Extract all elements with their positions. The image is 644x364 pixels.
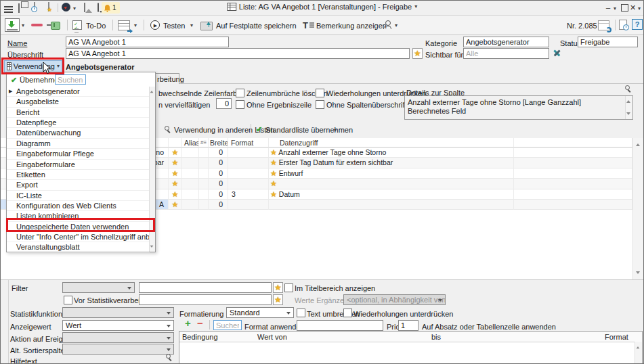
cell-favorite[interactable]: ★ <box>169 168 182 179</box>
scroll-up-icon[interactable] <box>636 141 640 146</box>
conditions-scrollbar[interactable] <box>635 342 642 363</box>
menu-item[interactable]: Bericht <box>7 108 150 118</box>
cell-format[interactable]: 3 <box>228 189 269 200</box>
connect-plug-icon[interactable] <box>51 22 60 30</box>
comment-icon[interactable] <box>98 3 99 12</box>
cell-numbering[interactable] <box>199 189 209 200</box>
cell-zugriff[interactable]: ★ Datum <box>269 189 514 200</box>
condition-search-input[interactable] <box>213 320 242 330</box>
cell-numbering[interactable] <box>199 158 209 168</box>
header-format[interactable]: Format <box>228 138 269 147</box>
cell-breite[interactable]: 0 <box>209 200 228 210</box>
wiederholungen-checkbox[interactable] <box>316 89 324 97</box>
header-breite[interactable]: Breite <box>209 138 228 147</box>
compass-caret-icon[interactable]: ▾ <box>73 6 76 12</box>
menu-item[interactable]: Etiketten <box>7 170 150 180</box>
scroll-up-icon[interactable] <box>637 345 640 349</box>
filter-dropdown[interactable] <box>62 282 135 293</box>
list-columns-caret-icon[interactable]: ▾ <box>134 23 137 28</box>
header-datenzugriff[interactable]: Datenzugriff <box>269 138 514 147</box>
menu-item[interactable]: Veranstaltungsblatt <box>7 242 150 252</box>
cell-breite[interactable]: 0 <box>209 147 228 158</box>
title-caret-icon[interactable]: ▾ <box>414 4 417 9</box>
harddisk-save-icon[interactable] <box>200 22 213 30</box>
ueberschrift-favorite-button[interactable]: ★ <box>412 48 423 59</box>
menu-scrollbar[interactable] <box>149 87 155 252</box>
menu-item[interactable]: Unter "Info Center" im Schnellzugriff an… <box>7 232 150 242</box>
filter-favorite-button-2[interactable]: ★ <box>273 294 283 305</box>
minimize-caret-icon[interactable]: ▾ <box>614 6 616 12</box>
cell-format[interactable] <box>228 168 269 179</box>
save-icon[interactable] <box>5 18 20 32</box>
scroll-down-icon[interactable] <box>636 271 640 276</box>
header-wert-von[interactable]: Wert von <box>257 333 287 342</box>
notification-bell-area[interactable]: 1 <box>102 2 120 14</box>
maximize-button[interactable] <box>621 4 628 12</box>
festplatte-button[interactable]: Auf Festplatte speichern <box>216 22 297 30</box>
multiply-input[interactable] <box>216 98 232 109</box>
save-caret-icon[interactable]: ▾ <box>22 23 24 28</box>
cell-alias[interactable] <box>182 200 199 210</box>
cell-zugriff[interactable] <box>269 200 514 210</box>
menu-search-input[interactable] <box>55 74 86 85</box>
cell-format[interactable] <box>228 147 269 158</box>
todo-checklist-icon[interactable]: ✓✓ <box>72 20 82 30</box>
zeilenumbrueche-checkbox[interactable] <box>236 89 244 97</box>
cell-zugriff[interactable]: ★ Entwurf <box>269 168 514 179</box>
filter-input[interactable] <box>139 282 272 293</box>
menu-item[interactable]: Datenpflege <box>7 118 150 128</box>
cell-numbering[interactable] <box>199 168 209 179</box>
verwendung-dropdown-button[interactable]: Verwendung ▾ <box>4 60 62 72</box>
hamburger-menu-icon[interactable] <box>4 6 13 7</box>
cell-breite[interactable]: 0 <box>209 189 228 200</box>
menu-item[interactable]: Ausgabeliste <box>7 97 150 107</box>
ueberschrift-input[interactable] <box>66 48 410 59</box>
spaltenueberschriften-checkbox[interactable] <box>316 100 324 109</box>
add-button[interactable]: + <box>185 318 191 328</box>
menu-item[interactable]: IC-Liste <box>7 191 150 201</box>
header-format[interactable]: Format <box>605 333 628 342</box>
sichtbar-input[interactable] <box>463 48 549 59</box>
cell-alias[interactable] <box>182 189 199 200</box>
scroll-down-icon[interactable] <box>626 112 630 117</box>
formatierung-dropdown[interactable]: Standard <box>226 307 294 318</box>
windows-icon[interactable] <box>18 3 20 13</box>
document-star-icon[interactable]: ★ <box>48 2 49 12</box>
document-clock-icon[interactable] <box>34 2 35 12</box>
person-icon[interactable] <box>383 20 391 29</box>
menu-item[interactable]: Diagramm <box>7 139 150 149</box>
menu-item[interactable]: Eingabeformular Pflege <box>7 149 150 159</box>
menu-item[interactable]: Eingabeformulare <box>7 160 150 170</box>
titelbereich-checkbox[interactable] <box>284 283 293 292</box>
filter-input-2[interactable] <box>139 294 272 305</box>
wiederholungen2-checkbox[interactable] <box>343 309 352 317</box>
close-caret-icon[interactable]: ▾ <box>638 6 641 12</box>
person-caret-icon[interactable]: ▾ <box>395 23 398 28</box>
scroll-up-icon[interactable] <box>626 98 630 103</box>
cell-numbering[interactable] <box>199 200 209 210</box>
cell-favorite[interactable]: ★ <box>169 189 182 200</box>
menu-item[interactable]: Konfiguration des Web Clients <box>7 201 150 211</box>
delete-minus-icon[interactable] <box>31 24 43 26</box>
scroll-down-icon[interactable] <box>150 246 154 250</box>
list-columns-icon[interactable] <box>118 20 130 30</box>
apply-standard-button[interactable]: Standardliste übernehmen <box>265 126 353 135</box>
cell-breite[interactable]: 0 <box>209 179 228 189</box>
remove-button[interactable]: − <box>197 318 203 328</box>
kategorie-input[interactable] <box>463 37 549 47</box>
cell-zugriff[interactable]: ★ <box>269 179 514 189</box>
cell-breite[interactable]: 0 <box>209 168 228 179</box>
cell-favorite[interactable]: ★ <box>169 158 182 168</box>
cell-favorite[interactable]: ★ <box>169 200 182 210</box>
prio-input[interactable] <box>398 320 418 331</box>
testen-caret-icon[interactable]: ▾ <box>190 23 193 28</box>
testen-button[interactable]: Testen <box>163 22 185 30</box>
bemerkung-icon[interactable]: T <box>303 21 308 30</box>
cell-favorite[interactable]: ★ <box>169 147 182 158</box>
anzeigewert-dropdown[interactable]: Wert <box>62 320 174 331</box>
todo-button[interactable]: To-Do <box>86 22 106 30</box>
cell-alias[interactable] <box>182 158 199 168</box>
menu-item[interactable]: Export <box>7 180 150 190</box>
tools-icon[interactable] <box>553 49 561 58</box>
apply-standard-caret-icon[interactable]: ▾ <box>334 128 337 133</box>
